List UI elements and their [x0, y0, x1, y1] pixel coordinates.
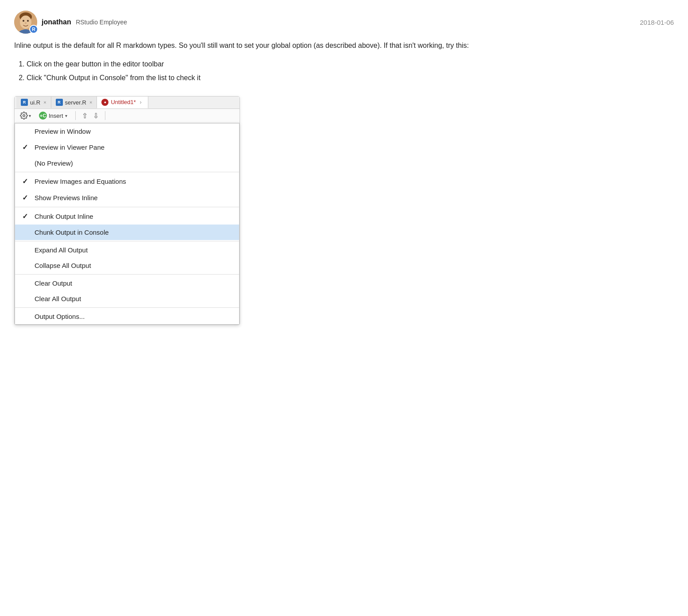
menu-item-clear-output[interactable]: Clear Output: [15, 275, 239, 291]
menu-divider-1: [15, 172, 239, 172]
post-author-area: R jonathan RStudio Employee: [14, 11, 127, 34]
editor-tabs: R ui.R × R server.R × ● Untitled1* ›: [15, 97, 240, 109]
svg-point-3: [23, 20, 24, 22]
editor-mockup: R ui.R × R server.R × ● Untitled1* › ▾ +…: [14, 96, 240, 325]
svg-point-5: [25, 23, 27, 24]
svg-point-6: [23, 115, 25, 117]
tab-ui-r-label: ui.R: [30, 99, 40, 106]
tab-server-r-close[interactable]: ×: [89, 100, 92, 105]
menu-item-preview-in-viewer-pane[interactable]: ✓ Preview in Viewer Pane: [15, 139, 239, 155]
menu-item-chunk-output-inline[interactable]: ✓ Chunk Output Inline: [15, 208, 239, 225]
menu-divider-5: [15, 307, 239, 308]
menu-item-show-previews-inline-label: Show Previews Inline: [35, 194, 98, 201]
insert-button[interactable]: +C Insert ▾: [36, 111, 70, 120]
menu-item-chunk-output-inline-label: Chunk Output Inline: [35, 213, 93, 220]
menu-item-no-preview-label: (No Preview): [35, 159, 73, 167]
author-role: RStudio Employee: [76, 19, 127, 26]
check-icon-4: ✓: [22, 212, 30, 221]
editor-toolbar: ▾ +C Insert ▾ ⇧ ⇩: [15, 109, 240, 123]
post-paragraph: Inline output is the default for all R m…: [14, 40, 674, 51]
menu-item-collapse-all-output[interactable]: Collapse All Output: [15, 258, 239, 273]
check-icon-2: ✓: [22, 177, 30, 186]
instruction-item-2: Click "Chunk Output in Console" from the…: [27, 72, 674, 84]
menu-item-output-options-label: Output Options...: [35, 313, 85, 320]
tab-untitled1[interactable]: ● Untitled1* ›: [97, 97, 148, 108]
menu-item-expand-all-output-label: Expand All Output: [35, 246, 88, 254]
menu-item-preview-images-equations-label: Preview Images and Equations: [35, 178, 126, 185]
gear-button[interactable]: ▾: [18, 111, 33, 120]
tab-server-r-label: server.R: [65, 99, 86, 106]
menu-item-expand-all-output[interactable]: Expand All Output: [15, 242, 239, 258]
menu-item-clear-all-output-label: Clear All Output: [35, 295, 81, 302]
menu-item-output-options[interactable]: Output Options...: [15, 309, 239, 324]
insert-dropdown-arrow: ▾: [65, 113, 67, 118]
post-header: R jonathan RStudio Employee 2018-01-06: [14, 11, 674, 34]
tab-untitled1-label: Untitled1*: [111, 99, 135, 105]
menu-item-chunk-output-in-console-label: Chunk Output in Console: [35, 229, 109, 236]
avatar-badge: R: [29, 25, 38, 34]
gear-dropdown-arrow: ▾: [29, 113, 31, 118]
menu-item-chunk-output-in-console[interactable]: Chunk Output in Console: [15, 225, 239, 240]
instruction-list: Click on the gear button in the editor t…: [14, 58, 674, 84]
menu-item-preview-in-window-label: Preview in Window: [35, 128, 91, 135]
tab-dropdown-arrow[interactable]: ›: [138, 99, 143, 105]
menu-divider-4: [15, 274, 239, 275]
svg-point-4: [27, 20, 29, 22]
menu-divider-2: [15, 207, 239, 207]
menu-item-preview-in-window[interactable]: Preview in Window: [15, 124, 239, 139]
tab-server-r[interactable]: R server.R ×: [51, 97, 97, 108]
menu-item-preview-images-equations[interactable]: ✓ Preview Images and Equations: [15, 173, 239, 190]
menu-item-collapse-all-output-label: Collapse All Output: [35, 262, 91, 269]
r-file-icon: R: [21, 99, 28, 106]
tab-ui-r[interactable]: R ui.R ×: [16, 97, 51, 108]
rmd-file-icon: ●: [101, 99, 108, 106]
tab-ui-r-close[interactable]: ×: [43, 100, 46, 105]
post-date: 2018-01-06: [640, 19, 674, 26]
author-info: jonathan RStudio Employee: [42, 18, 127, 26]
toolbar-separator: [75, 111, 76, 120]
check-icon: ✓: [22, 143, 30, 151]
dropdown-menu: Preview in Window ✓ Preview in Viewer Pa…: [15, 123, 240, 325]
instruction-item-1: Click on the gear button in the editor t…: [27, 58, 674, 70]
move-up-button[interactable]: ⇧: [81, 111, 89, 121]
insert-label: Insert: [49, 112, 63, 119]
avatar: R: [14, 11, 37, 34]
author-name: jonathan: [42, 18, 71, 26]
menu-item-preview-in-viewer-pane-label: Preview in Viewer Pane: [35, 143, 104, 151]
menu-item-clear-output-label: Clear Output: [35, 279, 72, 287]
menu-divider-3: [15, 241, 239, 241]
menu-item-clear-all-output[interactable]: Clear All Output: [15, 291, 239, 306]
post-body: Inline output is the default for all R m…: [14, 40, 674, 84]
move-down-button[interactable]: ⇩: [92, 111, 100, 121]
check-icon-3: ✓: [22, 194, 30, 202]
menu-item-show-previews-inline[interactable]: ✓ Show Previews Inline: [15, 190, 239, 206]
gear-icon: [20, 112, 28, 120]
r-file-icon-2: R: [56, 99, 63, 106]
insert-icon: +C: [39, 112, 47, 120]
toolbar-separator-2: [105, 111, 105, 120]
menu-item-no-preview[interactable]: (No Preview): [15, 155, 239, 171]
